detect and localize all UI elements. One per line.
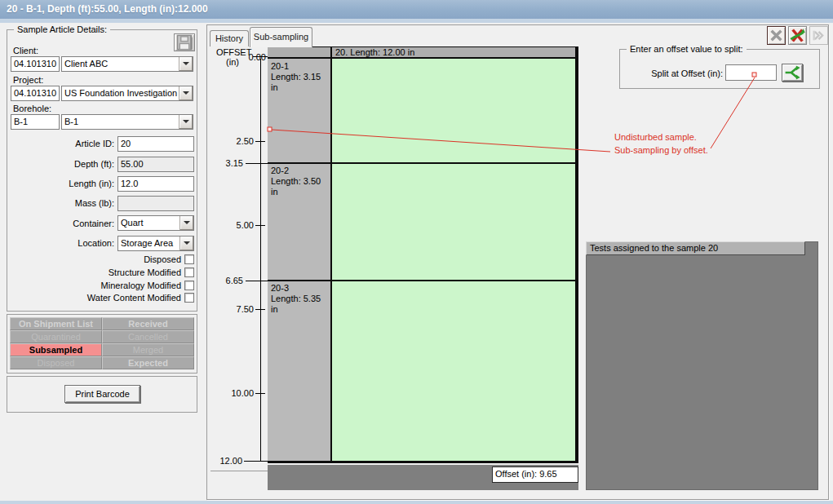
tick-7-50: 7.50 bbox=[229, 304, 254, 314]
mass-label: Mass (lb): bbox=[33, 198, 114, 209]
tick-3-15-line bbox=[246, 163, 268, 164]
status-cell-on-shipment-list: On Shipment List bbox=[10, 317, 102, 330]
client-dropdown[interactable]: Client ABC bbox=[61, 56, 193, 72]
tick-12-00-line bbox=[244, 461, 268, 462]
scan-forward-button[interactable] bbox=[809, 26, 828, 45]
section-id: 20-3 bbox=[271, 283, 330, 294]
save-button[interactable] bbox=[174, 33, 195, 51]
water-content-modified-checkbox[interactable] bbox=[184, 293, 194, 303]
section-20-1[interactable]: 20-1 Length: 3.15 in bbox=[271, 61, 330, 93]
split-button[interactable] bbox=[782, 64, 803, 82]
window-title: 20 - B-1, Depth (ft):55.00, Length (in):… bbox=[0, 0, 833, 19]
tick-2-50-line bbox=[255, 141, 265, 142]
split-offset-label: Split at Offset (in): bbox=[625, 69, 723, 79]
length-input[interactable]: 12.0 bbox=[117, 176, 194, 192]
chart-bottom-border bbox=[268, 461, 578, 463]
section-divider-1 bbox=[268, 162, 575, 164]
mass-input bbox=[117, 196, 194, 211]
project-dropdown-value: US Foundation Investigation bbox=[64, 87, 178, 99]
split-group-label: Enter an offset value to split: bbox=[627, 44, 747, 55]
tick-2-50: 2.50 bbox=[229, 136, 254, 146]
tick-7-50-line bbox=[255, 309, 265, 310]
save-disk-icon bbox=[175, 34, 194, 51]
status-grid-box: On Shipment List Received Quarantined Ca… bbox=[7, 314, 197, 374]
client-dropdown-value: Client ABC bbox=[64, 58, 178, 70]
tab-history[interactable]: History bbox=[210, 30, 249, 46]
tick-5-00: 5.00 bbox=[229, 220, 254, 230]
location-dropdown[interactable]: Storage Area bbox=[117, 236, 194, 251]
water-content-modified-checkbox-label: Water Content Modified bbox=[49, 293, 181, 303]
delete-subsamples-button[interactable] bbox=[788, 26, 807, 45]
sample-body-area[interactable] bbox=[332, 59, 575, 461]
section-label-column bbox=[268, 59, 330, 461]
status-cell-cancelled: Cancelled bbox=[102, 330, 194, 343]
chevron-down-icon bbox=[184, 221, 190, 224]
split-offset-input[interactable] bbox=[725, 64, 777, 81]
project-id-field[interactable]: 04.101310 bbox=[11, 86, 60, 101]
group-label: Sample Article Details: bbox=[14, 24, 110, 35]
clear-button[interactable] bbox=[767, 26, 786, 45]
offset-readout: Offset (in): 9.65 bbox=[492, 466, 578, 483]
borehole-dropdown-button[interactable] bbox=[179, 115, 193, 129]
status-cell-merged: Merged bbox=[102, 343, 194, 356]
container-label: Container: bbox=[33, 219, 114, 229]
structure-modified-checkbox[interactable] bbox=[184, 267, 194, 277]
mineralogy-modified-checkbox-label: Mineralogy Modified bbox=[49, 281, 181, 291]
tick-6-65: 6.65 bbox=[219, 276, 243, 285]
borehole-dropdown-value: B-1 bbox=[64, 116, 178, 128]
tests-panel-header[interactable]: Tests assigned to the sample 20 bbox=[586, 241, 805, 255]
status-cell-expected: Expected bbox=[102, 356, 194, 369]
tick-5-00-line bbox=[255, 225, 265, 226]
article-id-input[interactable]: 20 bbox=[117, 136, 194, 152]
chevron-down-icon bbox=[183, 62, 189, 65]
status-cell-subsampled: Subsampled bbox=[10, 343, 102, 356]
chevron-down-icon bbox=[183, 120, 189, 123]
chevron-down-icon bbox=[184, 241, 190, 245]
section-id: 20-2 bbox=[271, 166, 330, 176]
location-label: Location: bbox=[33, 238, 114, 249]
section-20-2[interactable]: 20-2 Length: 3.50 in bbox=[271, 166, 330, 197]
status-cell-received: Received bbox=[102, 317, 194, 330]
borehole-dropdown[interactable]: B-1 bbox=[61, 114, 193, 130]
mineralogy-modified-checkbox[interactable] bbox=[184, 281, 194, 290]
container-dropdown-button[interactable] bbox=[179, 216, 193, 230]
section-divider-2 bbox=[268, 280, 575, 281]
chart-right-border bbox=[575, 46, 578, 463]
project-label: Project: bbox=[13, 75, 43, 86]
disposed-checkbox-label: Disposed bbox=[49, 254, 181, 265]
container-dropdown[interactable]: Quart bbox=[117, 215, 194, 231]
section-id: 20-1 bbox=[271, 61, 330, 72]
tick-3-15: 3.15 bbox=[219, 158, 243, 168]
project-dropdown[interactable]: US Foundation Investigation bbox=[61, 86, 193, 101]
project-dropdown-button[interactable] bbox=[179, 86, 193, 100]
axis-base-line bbox=[210, 471, 268, 471]
borehole-label: Borehole: bbox=[13, 104, 51, 114]
status-cell-quarantined: Quarantined bbox=[10, 330, 102, 343]
annotation-line-1: Undisturbed sample. bbox=[614, 132, 697, 143]
location-dropdown-button[interactable] bbox=[179, 237, 193, 250]
section-length: Length: 3.50 in bbox=[271, 176, 330, 197]
length-label: Length (in): bbox=[33, 179, 114, 189]
tick-6-65-line bbox=[246, 281, 268, 281]
container-dropdown-value: Quart bbox=[121, 217, 179, 229]
structure-modified-checkbox-label: Structure Modified bbox=[49, 267, 181, 278]
print-barcode-button[interactable]: Print Barcode bbox=[64, 385, 140, 403]
tick-0-line bbox=[253, 56, 268, 57]
tick-10-00-line bbox=[255, 393, 265, 394]
borehole-id-field[interactable]: B-1 bbox=[11, 114, 60, 130]
tab-sub-sampling[interactable]: Sub-sampling bbox=[250, 27, 312, 47]
client-id-field[interactable]: 04.101310 bbox=[11, 56, 60, 72]
disposed-checkbox[interactable] bbox=[184, 254, 194, 264]
depth-input: 55.00 bbox=[117, 157, 194, 172]
client-dropdown-button[interactable] bbox=[179, 57, 193, 71]
red-x-green-arrow-icon bbox=[789, 27, 806, 44]
forward-chevrons-icon bbox=[810, 27, 827, 44]
section-length: Length: 5.35 in bbox=[271, 294, 330, 315]
gray-x-icon bbox=[768, 27, 785, 44]
section-20-3[interactable]: 20-3 Length: 5.35 in bbox=[271, 283, 330, 315]
tick-0: 0.00 bbox=[241, 52, 266, 62]
tests-panel bbox=[586, 241, 818, 490]
offset-axis-line bbox=[260, 59, 261, 461]
section-length: Length: 3.15 in bbox=[271, 72, 330, 93]
chevron-down-icon bbox=[183, 91, 189, 95]
